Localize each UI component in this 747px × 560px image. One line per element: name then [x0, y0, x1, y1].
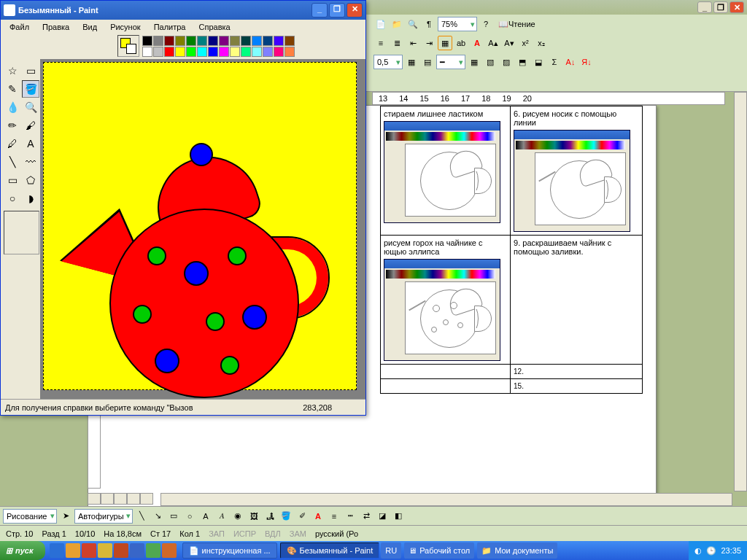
paint-titlebar[interactable]: Безымянный - Paint _ ❐ ✕	[1, 1, 365, 20]
drawing-menu[interactable]: Рисование	[3, 509, 57, 524]
select-arrow-icon[interactable]: ➤	[58, 509, 73, 524]
ql-icon[interactable]	[130, 543, 144, 558]
paint-tool[interactable]: ⬠	[22, 171, 39, 189]
sort-desc-icon[interactable]: Я↓	[579, 55, 594, 69]
palette-color[interactable]	[285, 36, 295, 46]
start-button[interactable]: ⊞пуск	[0, 541, 45, 560]
ql-ie-icon[interactable]	[50, 543, 64, 558]
table-cell[interactable]: рисуем горох на чайнике с ющью эллипса	[381, 236, 511, 365]
palette-current-colors[interactable]	[117, 35, 139, 57]
taskbar-item-paint[interactable]: 🎨 Безымянный - Paint	[280, 542, 380, 559]
tool-button[interactable]: ▧	[483, 55, 498, 69]
palette-color[interactable]	[153, 47, 163, 57]
autoshapes-menu[interactable]: Автофигуры	[74, 509, 133, 524]
tool-options[interactable]	[4, 211, 39, 254]
tool-button[interactable]: ▦	[404, 55, 419, 69]
line-spacing-combo[interactable]: 0,5	[374, 55, 403, 69]
help-icon[interactable]: ?	[479, 17, 493, 31]
palette-color[interactable]	[197, 36, 207, 46]
paint-tool[interactable]: ╲	[4, 153, 21, 171]
word-horizontal-scrollbar[interactable]	[160, 493, 732, 506]
palette-color[interactable]	[142, 36, 152, 46]
line-color-icon[interactable]: ✐	[295, 509, 309, 524]
word-horizontal-ruler[interactable]: 13 14 15 16 17 18 19 20	[372, 92, 725, 105]
arrow-style-icon[interactable]: ⇄	[359, 509, 374, 524]
palette-color[interactable]	[164, 36, 174, 46]
arrow-icon[interactable]: ↘	[150, 509, 165, 524]
sort-asc-icon[interactable]: А↓	[563, 55, 578, 69]
diagram-icon[interactable]: ◉	[231, 509, 245, 524]
menu-palette[interactable]: Палитра	[148, 21, 192, 33]
paint-canvas[interactable]	[43, 62, 357, 390]
paint-tool[interactable]: ✎	[4, 80, 21, 98]
tray-clock[interactable]: 23:35	[721, 546, 741, 555]
shadow-icon[interactable]: ◪	[375, 509, 390, 524]
wordart-icon[interactable]: 𝐴	[214, 509, 229, 524]
palette-color[interactable]	[164, 47, 174, 57]
view-outline-button[interactable]	[127, 493, 140, 505]
subscript-icon[interactable]: x₂	[534, 36, 549, 50]
view-print-button[interactable]	[114, 493, 127, 505]
view-web-button[interactable]	[101, 493, 114, 505]
clipart-icon[interactable]: 🖼	[247, 509, 261, 524]
palette-color[interactable]	[274, 36, 284, 46]
view-normal-button[interactable]	[88, 493, 101, 505]
paint-tool[interactable]: 〰	[22, 153, 39, 171]
menu-file[interactable]: Файл	[4, 21, 35, 33]
tool-button[interactable]: 📁	[390, 17, 404, 31]
paint-tool[interactable]: ✏	[4, 117, 21, 134]
word-minimize-button[interactable]: _	[697, 1, 712, 13]
paint-close-button[interactable]: ✕	[347, 3, 363, 18]
palette-color[interactable]	[197, 47, 207, 57]
table-cell[interactable]	[381, 379, 511, 394]
word-close-button[interactable]: ✕	[729, 1, 744, 13]
taskbar-item-word[interactable]: 📄 инструкционная ...	[182, 542, 277, 559]
palette-color[interactable]	[186, 47, 196, 57]
taskbar-desktop-link[interactable]: 🖥 Рабочий стол	[404, 542, 474, 559]
palette-color[interactable]	[175, 36, 185, 46]
paint-tool[interactable]: 🪣	[22, 80, 39, 98]
palette-color[interactable]	[186, 36, 196, 46]
textbox-icon[interactable]: A	[198, 509, 213, 524]
table-cell[interactable]: 12.	[511, 365, 643, 379]
palette-color[interactable]	[241, 47, 251, 57]
paint-tool[interactable]: ◗	[22, 190, 39, 207]
table-cell[interactable]	[381, 365, 511, 379]
indent-increase-icon[interactable]: ⇥	[422, 36, 436, 50]
paint-tool[interactable]: ☆	[4, 62, 21, 79]
menu-help[interactable]: Справка	[193, 21, 236, 33]
palette-color[interactable]	[241, 36, 251, 46]
ql-icon[interactable]	[162, 543, 177, 558]
word-maximize-button[interactable]: ❐	[713, 1, 728, 13]
palette-color[interactable]	[263, 47, 273, 57]
menu-view[interactable]: Вид	[77, 21, 103, 33]
line-icon[interactable]: ╲	[134, 509, 149, 524]
shrink-font-icon[interactable]: A▾	[502, 36, 516, 50]
palette-color[interactable]	[230, 36, 240, 46]
reading-button[interactable]: 📖 Чтение	[495, 17, 539, 31]
palette-color[interactable]	[230, 47, 240, 57]
font-color-icon[interactable]: A	[311, 509, 325, 524]
paint-maximize-button[interactable]: ❐	[329, 3, 345, 18]
numbered-list-icon[interactable]: ≣	[390, 36, 404, 50]
tool-button[interactable]: ▨	[499, 55, 514, 69]
table-cell[interactable]: 6. рисуем носик с помощью линии	[511, 106, 643, 236]
palette-color[interactable]	[208, 36, 218, 46]
ql-icon[interactable]	[66, 543, 80, 558]
tool-button[interactable]: ▦	[467, 55, 481, 69]
taskbar-mydocs-link[interactable]: 📁 Мои документы	[477, 542, 557, 559]
view-reading-button[interactable]	[140, 493, 153, 505]
tool-button[interactable]: Σ	[547, 55, 562, 69]
ql-icon[interactable]	[114, 543, 128, 558]
palette-color[interactable]	[252, 36, 262, 46]
tool-button[interactable]: 📄	[374, 17, 388, 31]
border-icon[interactable]: ▦	[438, 36, 452, 50]
list-icon[interactable]: ≡	[374, 36, 388, 50]
palette-color[interactable]	[252, 47, 262, 57]
font-color-icon[interactable]: A	[470, 36, 484, 50]
paint-tool[interactable]: ○	[4, 190, 21, 207]
paint-tool[interactable]: A	[22, 135, 39, 152]
menu-image[interactable]: Рисунок	[104, 21, 147, 33]
border-style-combo[interactable]: ━	[436, 55, 465, 69]
palette-color[interactable]	[219, 47, 229, 57]
